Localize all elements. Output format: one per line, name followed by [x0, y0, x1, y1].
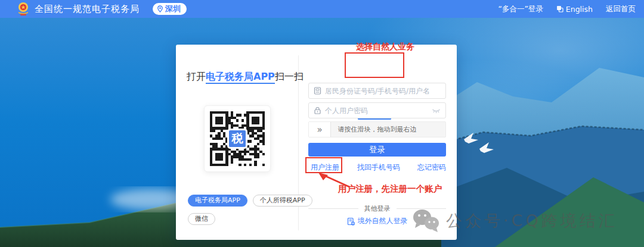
location-label: 深圳: [165, 4, 181, 14]
page: 全国统一规范电子税务局 深圳 “多合一”登录 English 返回首页 打开电: [0, 0, 644, 247]
annotation-box-register: [305, 157, 342, 173]
app-download-link[interactable]: 电子税务局APP: [206, 71, 275, 84]
app-tab-wechat[interactable]: 微信: [188, 213, 215, 225]
translate-icon: [556, 5, 564, 12]
location-badge[interactable]: 深圳: [153, 3, 187, 15]
app-tab-personal-tax-app[interactable]: 个人所得税APP: [253, 195, 312, 207]
login-card: 打开电子税务局APP扫一扫 税 电子税务局APP 个人所得税APP 微信 企业业…: [176, 45, 457, 240]
find-phone-link[interactable]: 找回手机号码: [357, 162, 400, 173]
tax-bureau-emblem-icon: [17, 2, 30, 16]
annotation-select-tab-note: 选择自然人业务: [356, 42, 414, 52]
login-button[interactable]: 登录: [308, 143, 446, 157]
eye-closed-icon[interactable]: [432, 108, 441, 114]
password-field-wrap: [308, 102, 446, 118]
username-field-wrap: [308, 83, 446, 99]
slider-handle[interactable]: »: [309, 122, 331, 137]
app-tab-etax-app[interactable]: 电子税务局APP: [188, 195, 247, 207]
annotation-box-tab: [345, 52, 404, 78]
location-pin-icon: [157, 5, 163, 12]
document-person-icon: [347, 217, 355, 226]
multi-login-link[interactable]: “多合一”登录: [498, 4, 543, 14]
other-login-divider: 其他登录: [308, 204, 446, 213]
scan-title: 打开电子税务局APP扫一扫: [176, 71, 298, 83]
captcha-slider: 请按住滑块，拖动到最右边 »: [308, 121, 446, 137]
home-link[interactable]: 返回首页: [606, 4, 636, 14]
header-bar: 全国统一规范电子税务局 深圳 “多合一”登录 English 返回首页: [0, 0, 644, 18]
qr-code: 税: [204, 105, 271, 172]
app-title: 全国统一规范电子税务局: [35, 4, 140, 15]
overseas-login-link[interactable]: 境外自然人登录: [308, 216, 446, 226]
forgot-password-link[interactable]: 忘记密码: [417, 162, 446, 173]
id-card-icon: [314, 87, 321, 95]
lock-icon: [314, 107, 321, 114]
qr-center-badge: 税: [227, 129, 247, 149]
english-link[interactable]: English: [556, 5, 593, 14]
password-input[interactable]: [325, 107, 428, 115]
username-input[interactable]: [325, 87, 441, 95]
annotation-register-note: 用户注册，先注册一个账户: [338, 183, 442, 195]
